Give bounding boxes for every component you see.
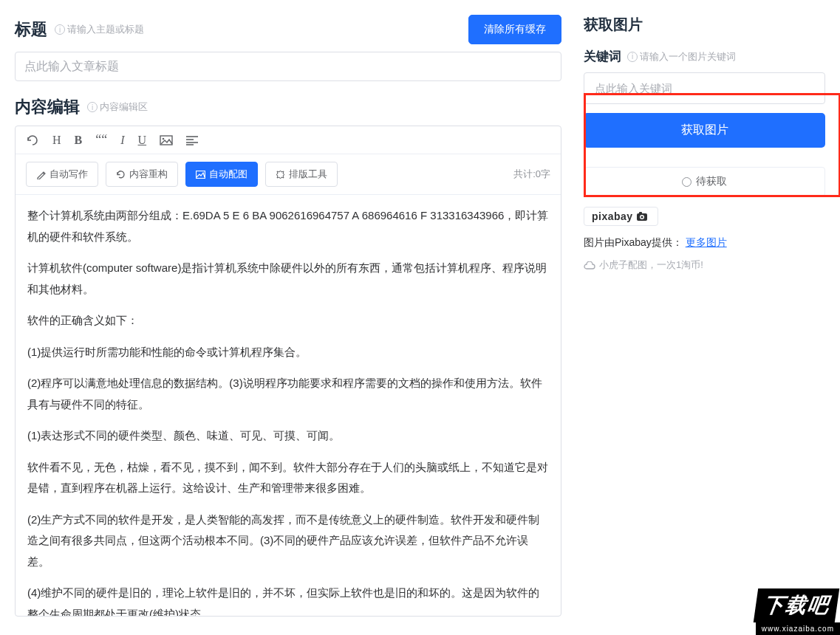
auto-write-label: 自动写作 xyxy=(49,168,88,181)
tip-row: 小虎子配图，一次1淘币! xyxy=(584,258,825,272)
sidebar: 获取图片 关键词 i 请输入一个图片关键词 获取图片 待获取 pixabay 图… xyxy=(584,15,825,617)
content-header: 内容编辑 i 内容编辑区 xyxy=(15,96,561,118)
content-rebuild-label: 内容重构 xyxy=(129,168,168,181)
heading-icon[interactable]: H xyxy=(52,134,61,147)
content-rebuild-button[interactable]: 内容重构 xyxy=(106,162,178,187)
action-toolbar: 自动写作 内容重构 自动配图 排版工具 共计:0字 xyxy=(16,154,561,195)
content-label: 内容编辑 xyxy=(15,96,80,118)
layout-tool-label: 排版工具 xyxy=(289,168,327,181)
keyword-hint-text: 请输入一个图片关键词 xyxy=(640,50,736,64)
svg-point-1 xyxy=(163,137,165,140)
get-image-button[interactable]: 获取图片 xyxy=(584,113,825,148)
pencil-icon xyxy=(36,170,46,179)
circle-icon xyxy=(682,177,692,187)
content-editor[interactable]: 整个计算机系统由两部分组成：E.69DA 5 E 6 BA 9062616964… xyxy=(16,195,561,616)
image-icon[interactable] xyxy=(160,135,173,145)
pixabay-badge: pixabay xyxy=(584,207,658,226)
align-left-icon[interactable] xyxy=(186,135,198,145)
pending-text: 待获取 xyxy=(696,175,727,188)
title-header: 标题 i 请输入主题或标题 清除所有缓存 xyxy=(15,15,561,44)
credit-row: 图片由Pixabay提供： 更多图片 xyxy=(584,236,825,250)
refresh-icon xyxy=(116,170,126,179)
auto-image-label: 自动配图 xyxy=(209,168,247,181)
content-paragraph: 整个计算机系统由两部分组成：E.69DA 5 E 6 BA 9062616964… xyxy=(27,205,549,247)
content-paragraph: (4)维护不同的硬件是旧的，理论上软件是旧的，并不坏，但实际上软件也是旧的和坏的… xyxy=(27,583,549,616)
undo-icon[interactable] xyxy=(26,134,39,146)
info-icon: i xyxy=(87,102,98,112)
auto-write-button[interactable]: 自动写作 xyxy=(26,162,98,187)
more-images-link[interactable]: 更多图片 xyxy=(686,236,727,248)
main-column: 标题 i 请输入主题或标题 清除所有缓存 内容编辑 i 内容编辑区 H B xyxy=(15,15,561,617)
content-paragraph: (1)提供运行时所需功能和性能的命令或计算机程序集合。 xyxy=(27,342,549,363)
bold-icon[interactable]: B xyxy=(75,134,83,147)
tip-text: 小虎子配图，一次1淘币! xyxy=(599,258,703,272)
content-paragraph: 计算机软件(computer software)是指计算机系统中除硬件以外的所有… xyxy=(27,258,549,300)
watermark-top: 下载吧 xyxy=(754,588,839,622)
title-hint-text: 请输入主题或标题 xyxy=(67,23,144,36)
content-paragraph: 软件的正确含义如下： xyxy=(27,310,549,332)
keyword-hint: i 请输入一个图片关键词 xyxy=(627,50,736,64)
word-count: 共计:0字 xyxy=(513,168,550,181)
content-hint: i 内容编辑区 xyxy=(87,100,148,114)
tool-icon xyxy=(276,170,285,179)
credit-prefix: 图片由Pixabay提供： xyxy=(584,236,683,248)
underline-icon[interactable]: U xyxy=(138,134,147,147)
pending-card: 待获取 xyxy=(584,167,825,196)
layout-tool-button[interactable]: 排版工具 xyxy=(265,162,338,187)
clear-cache-button[interactable]: 清除所有缓存 xyxy=(468,15,561,44)
get-image-title: 获取图片 xyxy=(584,15,825,35)
svg-point-9 xyxy=(641,216,643,218)
camera-icon xyxy=(637,212,650,221)
title-hint: i 请输入主题或标题 xyxy=(55,23,144,36)
content-paragraph: (2)程序可以满意地处理信息的数据结构。(3)说明程序功能要求和程序需要的文档的… xyxy=(27,373,549,415)
keyword-header: 关键词 i 请输入一个图片关键词 xyxy=(584,48,825,65)
cloud-icon xyxy=(584,261,595,270)
picture-icon xyxy=(196,171,205,179)
article-title-input[interactable] xyxy=(15,52,561,81)
svg-rect-10 xyxy=(639,212,642,214)
keyword-input[interactable] xyxy=(584,72,825,104)
info-icon: i xyxy=(55,24,65,35)
format-toolbar: H B ““ I U xyxy=(16,126,561,154)
content-paragraph: (2)生产方式不同的软件是开发，是人类智能的高发挥，而不是传统意义上的硬件制造。… xyxy=(27,509,549,573)
auto-image-button[interactable]: 自动配图 xyxy=(185,162,258,187)
editor-box: H B ““ I U 自动写作 内容重构 xyxy=(15,126,561,617)
watermark-bottom: www.xiazaiba.com xyxy=(756,622,840,635)
quote-icon[interactable]: ““ xyxy=(95,132,107,148)
keyword-label: 关键词 xyxy=(584,48,621,65)
italic-icon[interactable]: I xyxy=(120,134,124,147)
title-label: 标题 xyxy=(15,18,47,41)
pixabay-label: pixabay xyxy=(592,210,633,222)
content-hint-text: 内容编辑区 xyxy=(100,100,148,114)
content-paragraph: (1)表达形式不同的硬件类型、颜色、味道、可见、可摸、可闻。 xyxy=(27,425,549,447)
content-paragraph: 软件看不见，无色，枯燥，看不见，摸不到，闻不到。软件大部分存在于人们的头脑或纸上… xyxy=(27,457,549,499)
watermark: 下载吧 www.xiazaiba.com xyxy=(756,588,840,635)
info-icon: i xyxy=(627,52,638,62)
